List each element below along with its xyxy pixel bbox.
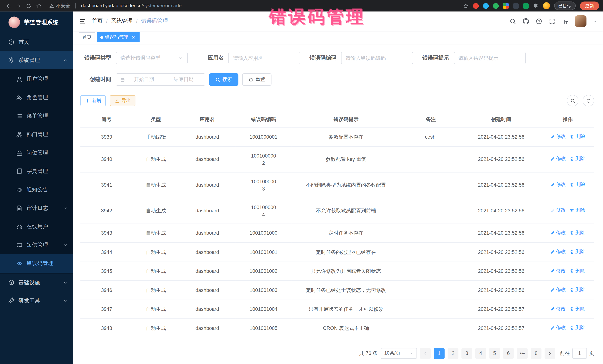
edit-link[interactable]: 修改	[550, 305, 566, 312]
page-button-1[interactable]: 1	[434, 348, 445, 359]
error-code-value: 1001000004	[250, 203, 277, 218]
delete-link[interactable]: 删除	[570, 267, 585, 275]
sidebar-item-audit[interactable]: 审计日志	[0, 199, 73, 217]
browser-home-button[interactable]	[34, 1, 43, 10]
app-logo[interactable]: 芋道管理系统	[0, 11, 73, 33]
code-icon	[16, 260, 23, 267]
search-button[interactable]: 搜索	[209, 73, 239, 86]
fullscreen-icon[interactable]	[549, 18, 555, 24]
tab-首页[interactable]: 首页	[79, 32, 95, 42]
breadcrumb-item[interactable]: 首页	[92, 18, 103, 24]
edit-link[interactable]: 修改	[550, 286, 566, 293]
refresh-table-button[interactable]	[583, 95, 594, 106]
edit-link[interactable]: 修改	[550, 248, 566, 255]
sidebar-item-online[interactable]: 在线用户	[0, 217, 73, 236]
sidebar-item-devtool[interactable]: 研发工具	[0, 292, 73, 309]
sidebar-item-infra[interactable]: 基础设施	[0, 274, 73, 292]
filter-code-input[interactable]	[341, 52, 413, 64]
prev-page-button[interactable]	[420, 348, 431, 359]
edit-link[interactable]: 修改	[550, 229, 566, 236]
sidebar-item-menu[interactable]: 菜单管理	[0, 107, 73, 125]
delete-link[interactable]: 删除	[570, 324, 585, 331]
profile-status-chip[interactable]: 已暂停	[554, 1, 576, 10]
cell-actions: 修改删除	[541, 172, 594, 198]
cell-remark	[400, 198, 461, 223]
edit-link[interactable]: 修改	[550, 267, 566, 275]
breadcrumb-item[interactable]: 系统管理	[111, 18, 133, 24]
extension-green-icon[interactable]	[523, 3, 529, 9]
page-button-8[interactable]: 8	[531, 348, 541, 359]
github-icon[interactable]	[523, 18, 529, 24]
delete-link[interactable]: 删除	[570, 155, 585, 163]
delete-link[interactable]: 删除	[570, 248, 585, 255]
help-icon[interactable]	[536, 18, 542, 24]
page-button-6[interactable]: 6	[503, 348, 514, 359]
browser-back-button[interactable]	[4, 1, 13, 10]
sidebar-item-dept[interactable]: 部门管理	[0, 125, 73, 144]
bookmark-star-icon[interactable]	[463, 3, 468, 9]
browser-profile-avatar[interactable]	[543, 2, 550, 9]
sidebar-item-dict[interactable]: 字典管理	[0, 162, 73, 180]
add-button[interactable]: 新增	[80, 95, 106, 106]
filter-app-input[interactable]	[228, 52, 300, 64]
edit-link[interactable]: 修改	[550, 133, 566, 140]
page-button-4[interactable]: 4	[475, 348, 486, 359]
filter-type-select[interactable]: 请选择错误码类型	[116, 52, 188, 64]
browser-reload-button[interactable]	[24, 1, 33, 10]
extensions-puzzle-icon[interactable]	[533, 3, 539, 9]
more-pages-button[interactable]: •••	[517, 348, 528, 359]
page-button-3[interactable]: 3	[462, 348, 472, 359]
user-avatar[interactable]	[575, 15, 587, 27]
cell-remark	[400, 146, 461, 172]
browser-update-button[interactable]: 更新	[580, 1, 599, 10]
date-range-picker[interactable]: 开始日期 - 结束日期	[116, 73, 205, 86]
sidebar-item-user[interactable]: 用户管理	[0, 70, 73, 88]
sidebar-item-post[interactable]: 岗位管理	[0, 144, 73, 162]
extension-grid-icon[interactable]	[503, 3, 509, 9]
page-button-5[interactable]: 5	[489, 348, 500, 359]
tab-错误码管理[interactable]: 错误码管理×	[97, 32, 139, 42]
edit-link[interactable]: 修改	[550, 324, 566, 331]
filter-message-input[interactable]	[454, 52, 526, 64]
tab-close-icon[interactable]: ×	[131, 35, 136, 40]
delete-link[interactable]: 删除	[570, 181, 585, 188]
caret-down-icon[interactable]	[593, 19, 597, 23]
hide-search-button[interactable]	[567, 95, 578, 106]
cell-type: 自动生成	[133, 198, 179, 223]
delete-link[interactable]: 删除	[570, 305, 585, 312]
sidebar-item-home[interactable]: 首页	[0, 33, 73, 51]
delete-link[interactable]: 删除	[570, 229, 585, 236]
edit-link[interactable]: 修改	[550, 181, 566, 188]
sidebar-item-errcode[interactable]: 错误码管理	[0, 254, 73, 273]
extension-droplet-icon[interactable]	[483, 3, 488, 9]
next-page-button[interactable]	[545, 348, 555, 359]
goto-page-input[interactable]	[572, 348, 587, 359]
extension-red-icon[interactable]	[473, 3, 478, 9]
address-bar[interactable]: dashboard.yudao.iocoder.cn/system/error-…	[81, 3, 182, 9]
page-size-select[interactable]: 10条/页	[381, 348, 417, 359]
delete-link[interactable]: 删除	[570, 286, 585, 293]
table-row: 3939手动编辑dashboard1001000001参数配置不存在ceshi2…	[80, 127, 594, 146]
sidebar-toggle-button[interactable]	[79, 17, 86, 25]
edit-link[interactable]: 修改	[550, 155, 566, 163]
page-button-2[interactable]: 2	[448, 348, 458, 359]
extension-on-icon[interactable]	[513, 3, 519, 9]
pagination: 共 76 条 10条/页 123456•••8 前往 页	[80, 348, 594, 359]
sidebar-item-system[interactable]: 系统管理	[0, 51, 73, 69]
delete-link-label: 删除	[575, 155, 585, 163]
delete-link[interactable]: 删除	[570, 207, 585, 214]
edit-link[interactable]: 修改	[550, 207, 566, 214]
chevron-down-icon	[409, 351, 413, 355]
sidebar-item-role[interactable]: 角色管理	[0, 88, 73, 107]
reload-icon	[26, 3, 31, 9]
font-size-icon[interactable]	[562, 18, 568, 24]
extension-vue-icon[interactable]	[493, 3, 499, 9]
delete-link[interactable]: 删除	[570, 133, 585, 140]
browser-forward-button[interactable]	[14, 1, 23, 10]
reset-button[interactable]: 重置	[242, 73, 272, 86]
sidebar-item-sms[interactable]: 短信管理	[0, 236, 73, 254]
search-icon[interactable]	[510, 18, 516, 24]
export-button[interactable]: 导出	[110, 95, 135, 106]
security-indicator[interactable]: 不安全	[49, 2, 70, 9]
sidebar-item-notice[interactable]: 通知公告	[0, 180, 73, 199]
